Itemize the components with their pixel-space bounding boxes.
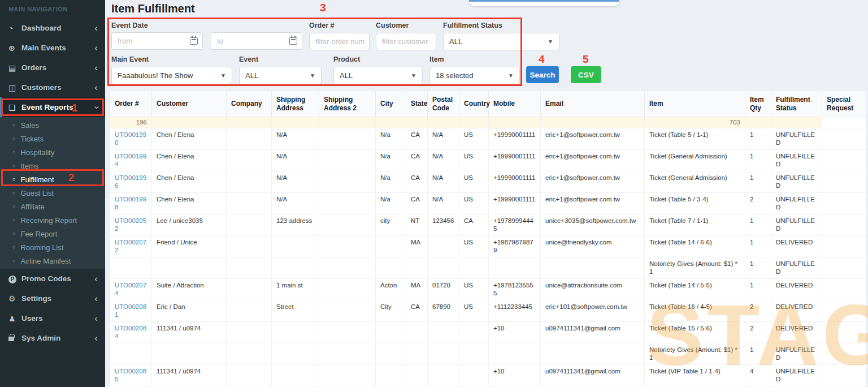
sidebar-header: MAIN NAVIGATION	[0, 0, 105, 18]
table-row: Notoriety Gives (Amount: $1) * 11UNFULFI…	[110, 343, 866, 365]
chevron-left-icon: ‹	[94, 45, 98, 51]
sidebar-item-hospitality[interactable]: ○Hospitality	[0, 145, 105, 159]
submenu-label: Hospitality	[20, 148, 54, 157]
cell: N/A	[428, 128, 459, 150]
cell	[376, 322, 406, 343]
cell: N/A	[272, 150, 319, 171]
cell: N/A	[272, 128, 319, 150]
cell	[110, 343, 152, 365]
cell	[541, 117, 645, 128]
gear-icon: ⚙	[8, 294, 21, 303]
cell: 703	[645, 117, 745, 128]
sidebar-item-guest-list[interactable]: ○Guest List	[0, 186, 105, 200]
submenu-label: Fee Report	[20, 230, 57, 238]
cell	[227, 257, 272, 279]
event-date-to-input[interactable]	[211, 32, 302, 50]
cell: UNFULFILLED	[771, 365, 822, 386]
sidebar-item-event-reports[interactable]: ❏ Event Reports ‹	[0, 97, 105, 117]
cell	[227, 128, 272, 150]
sidebar-item-label: Settings	[21, 294, 94, 303]
cell: Chen / Elena	[152, 150, 227, 171]
caret-down-icon: ▼	[220, 72, 226, 79]
sidebar-item-affiliate[interactable]: ○Affiliate	[0, 200, 105, 213]
cell: eric+1@softpower.com.tw	[541, 150, 645, 171]
cell: DELIVERED	[771, 300, 822, 322]
cell: eric+1@softpower.com.tw	[541, 171, 645, 193]
cell	[822, 322, 866, 343]
sidebar-item-customers[interactable]: ◫ Customers ‹	[0, 78, 105, 97]
sidebar-item-promo-codes[interactable]: P Promo Codes ‹	[0, 269, 105, 289]
sidebar-item-airline-manifest[interactable]: ○Airline Manifest	[0, 254, 105, 268]
column-header: Company	[227, 91, 272, 117]
cell: N/a	[376, 171, 406, 193]
calendar-icon	[190, 37, 198, 45]
chevron-left-icon: ‹	[94, 336, 98, 341]
sidebar-item-rooming-list[interactable]: ○Rooming List	[0, 240, 105, 254]
sidebar-item-tickets[interactable]: ○Tickets	[0, 132, 105, 145]
sidebar-item-users[interactable]: ♟ Users ‹	[0, 308, 105, 328]
sidebar-item-fee-report[interactable]: ○Fee Report	[0, 227, 105, 240]
submenu-label: Items	[20, 162, 38, 170]
event-date-from-input[interactable]	[111, 32, 203, 50]
cell	[152, 343, 227, 365]
product-value: ALL	[340, 71, 353, 80]
fulfillment-status-select[interactable]: ALL ▼	[443, 33, 559, 50]
customer-input[interactable]	[376, 33, 436, 50]
calendar-icon	[289, 37, 297, 45]
cell: CA	[459, 214, 489, 236]
sidebar-item-orders[interactable]: ▤ Orders ‹	[0, 58, 105, 78]
sidebar-item-receiving-report[interactable]: ○Receiving Report	[0, 213, 105, 227]
sidebar-item-fulfillment[interactable]: ○Fulfillment	[0, 173, 105, 186]
sidebar-item-sys-admin[interactable]: Sys Admin ‹	[0, 328, 105, 348]
order-link[interactable]: UTO001994	[110, 150, 152, 171]
sidebar-item-settings[interactable]: ⚙ Settings ‹	[0, 289, 105, 308]
order-number-input[interactable]	[309, 33, 370, 50]
submenu-label: Rooming List	[20, 243, 63, 252]
sidebar-item-items[interactable]: ○Items	[0, 159, 105, 173]
chevron-left-icon: ‹	[94, 296, 98, 302]
order-link[interactable]: UTO002072	[110, 236, 152, 257]
event-select[interactable]: ALL ▼	[239, 67, 322, 84]
order-link[interactable]: UTO001990	[110, 128, 152, 150]
cell: Notoriety Gives (Amount: $1) * 1	[645, 257, 745, 279]
cell: UNFULFILLED	[771, 193, 822, 214]
cell: Eric / Dan	[152, 300, 227, 322]
order-link[interactable]: UTO001996	[110, 171, 152, 193]
cell: 1	[745, 257, 771, 279]
sidebar-item-sales[interactable]: ○Sales	[0, 118, 105, 132]
product-select[interactable]: ALL ▼	[333, 67, 423, 84]
submenu-label: Airline Manifest	[20, 257, 71, 265]
cell	[376, 117, 406, 128]
table-row: UTO001996Chen / ElenaN/AN/aCAN/AUS+19990…	[110, 171, 866, 193]
cell	[428, 343, 459, 365]
csv-button[interactable]: CSV	[571, 66, 601, 83]
fulfillment-status-value: ALL	[449, 37, 462, 46]
search-button[interactable]: Search	[526, 66, 559, 83]
cell	[272, 257, 319, 279]
cell: City	[376, 300, 406, 322]
cell: Ticket (Table 7 / 1-1)	[645, 214, 745, 236]
order-link[interactable]: UTO002052	[110, 214, 152, 236]
order-link[interactable]: UTO002074	[110, 279, 152, 300]
column-header: Postal Code	[428, 91, 459, 117]
sidebar: MAIN NAVIGATION ◔ Dashboard ‹ ⊛ Main Eve…	[0, 0, 105, 387]
item-select[interactable]: 18 selected ▼	[429, 67, 520, 84]
sidebar-item-dashboard[interactable]: ◔ Dashboard ‹	[0, 18, 105, 38]
order-link[interactable]: UTO002081	[110, 300, 152, 322]
cell	[319, 279, 376, 300]
cell	[319, 365, 376, 386]
order-link[interactable]: UTO001998	[110, 193, 152, 214]
cell: eric+1@softpower.com.tw	[541, 193, 645, 214]
order-link[interactable]: UTO002084	[110, 322, 152, 343]
cell	[822, 193, 866, 214]
sidebar-item-main-events[interactable]: ⊛ Main Events ‹	[0, 38, 105, 58]
cell	[406, 365, 428, 386]
main-event-select[interactable]: Faaabulous! The Show ▼	[111, 67, 232, 84]
cell	[406, 322, 428, 343]
sidebar-item-label: Customers	[21, 83, 94, 92]
circle-icon: ○	[12, 164, 15, 169]
submenu-label: Affiliate	[20, 203, 44, 211]
cell	[227, 365, 272, 386]
chevron-left-icon: ‹	[94, 85, 98, 91]
order-link[interactable]: UTO002085	[110, 365, 152, 386]
